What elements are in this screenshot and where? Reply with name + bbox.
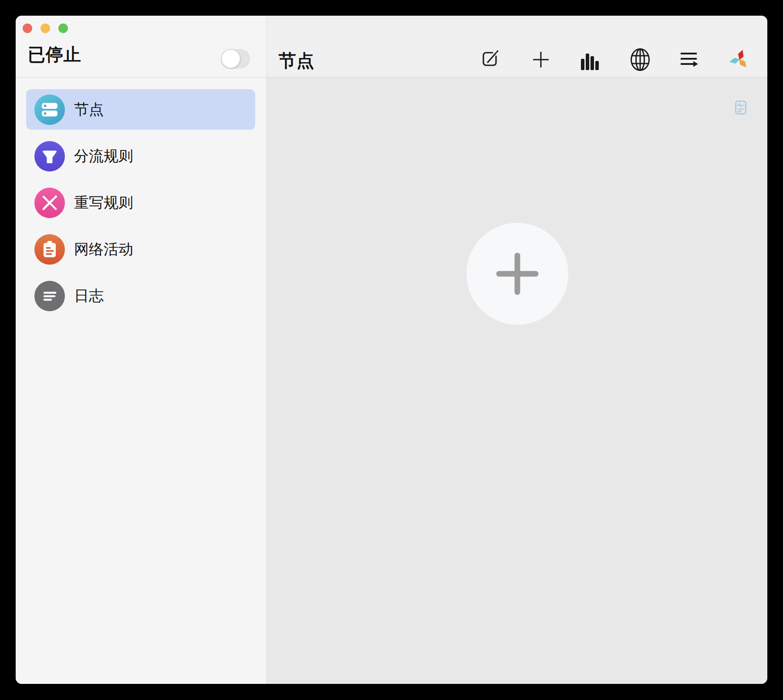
add-node-button[interactable] [466,223,568,325]
app-logo-icon[interactable] [729,47,750,72]
window-controls [23,24,68,33]
page-title: 节点 [279,49,314,73]
sidebar-item-activity[interactable]: 网络活动 [26,229,255,269]
sidebar-item-label: 日志 [74,286,104,306]
sidebar-item-logs[interactable]: 日志 [26,276,255,316]
sidebar-item-label: 重写规则 [74,193,133,213]
compose-icon[interactable] [480,47,502,72]
sidebar-item-label: 网络活动 [74,239,133,259]
sidebar: 已停止 节点 [16,16,267,684]
proxy-toggle[interactable] [221,49,250,68]
globe-icon[interactable] [629,47,651,72]
toolbar-actions [480,47,750,72]
pencil-slash-icon [34,188,65,218]
servers-icon [34,94,65,125]
zoom-window-button[interactable] [58,24,68,33]
sidebar-header: 已停止 [16,16,267,77]
bar-chart-icon[interactable] [580,47,601,72]
sidebar-item-label: 分流规则 [74,146,133,166]
main-panel: 节点 [267,16,767,684]
close-window-button[interactable] [23,24,32,33]
minimize-window-button[interactable] [40,24,50,33]
log-lines-icon [34,281,65,311]
nodes-empty-content [267,77,767,684]
add-icon[interactable] [530,47,552,72]
app-window: 已停止 节点 [16,16,767,684]
main-toolbar: 节点 [267,16,767,77]
toggle-knob [222,50,240,68]
plus-icon [493,250,541,298]
sidebar-item-label: 节点 [74,100,104,120]
funnel-icon [34,141,65,172]
sidebar-nav: 节点 分流规则 重写规则 [16,77,267,316]
sidebar-item-nodes[interactable]: 节点 [26,89,255,130]
sidebar-item-rules[interactable]: 分流规则 [26,136,255,176]
sidebar-item-rewrite[interactable]: 重写规则 [26,182,255,223]
list-arrow-icon[interactable] [679,47,701,72]
proxy-status-title: 已停止 [28,43,81,67]
health-test-icon[interactable] [735,101,746,114]
clipboard-icon [34,234,65,265]
